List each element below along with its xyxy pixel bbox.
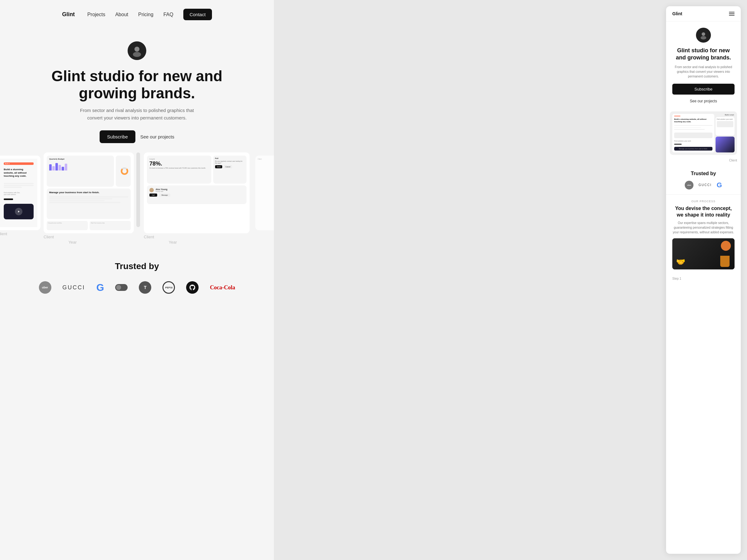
sm-table [674, 133, 713, 138]
subscribe-button[interactable]: Subscribe [100, 130, 135, 143]
quarterly-label: Quarterly Budget [49, 158, 111, 160]
mobile-projects-link[interactable]: See our projects [690, 97, 717, 105]
sm-sub-title: Find solutions your work [674, 140, 713, 142]
sm-line-3 [674, 129, 705, 130]
ham-line-3 [729, 15, 735, 16]
trusted-title: Trusted by [19, 261, 255, 271]
message-btn[interactable]: Message [159, 193, 170, 196]
sm-badge [674, 116, 680, 116]
ham-line-1 [729, 12, 735, 12]
mobile-process-text: Our expertise spans multiple sectors, gu… [672, 220, 735, 235]
nav-link-about[interactable]: About [115, 12, 128, 18]
project-cards-section: Built-in Build a stunning website, all w… [0, 153, 274, 246]
mobile-logos-row: uber GUCCI G [672, 181, 735, 189]
mobile-avatar [696, 28, 711, 43]
coffee-cup [720, 256, 729, 267]
trusted-section: Trusted by uber GUCCI G T PEPSI Coca-Col… [0, 246, 274, 303]
google-logo: G [97, 282, 104, 293]
mobile-logo: Glint [672, 11, 682, 16]
screenshot-main: Build a stunning website, all without to… [672, 114, 714, 153]
workflow-label: Comprehensive workflow [48, 222, 86, 224]
side-label: Find solution your work [717, 118, 733, 120]
ham-line-2 [729, 14, 735, 14]
nav-logo[interactable]: Glint [62, 11, 75, 18]
builtin-label: Built-in smart [716, 114, 735, 116]
nav-link-pricing[interactable]: Pricing [138, 12, 153, 18]
card-label-0: Client [0, 232, 41, 236]
mobile-title: Glint studio for new and growing brands. [672, 47, 735, 61]
mobile-uber-logo: uber [685, 181, 693, 189]
donut-chart [121, 167, 128, 175]
mobile-subscribe-button[interactable]: Subscribe [672, 84, 735, 95]
hands-emoji: 🤝 [676, 258, 686, 266]
mobile-subtitle: From sector and rival analysis to polish… [672, 65, 735, 79]
mobile-step-label: Step 1 [666, 274, 741, 282]
mobile-trusted: Trusted by uber GUCCI G [666, 166, 741, 194]
insight-label: Insight [149, 158, 209, 160]
sm-manage-text: Manage your business from start to finis… [679, 148, 708, 150]
mobile-process-image: 🤝 [672, 238, 735, 269]
sm-line-2 [674, 127, 701, 128]
project-card-small[interactable] [136, 153, 140, 227]
hamburger-menu[interactable] [729, 12, 735, 16]
card-year-1: Year [69, 240, 77, 244]
mobile-process-label: OUR PROCESS [672, 200, 735, 203]
realtime-label: Real-Time business data [91, 222, 129, 224]
mobile-screenshot: Build a stunning website, all without to… [670, 111, 737, 155]
user-name: Alex Young [156, 188, 168, 190]
main-panel: Glint Projects About Pricing FAQ Contact… [0, 0, 274, 560]
sm-dark-card: Manage your business from start to finis… [674, 147, 713, 151]
tesla-logo: T [139, 281, 151, 294]
mobile-process: OUR PROCESS You devise the concept, we s… [666, 194, 741, 275]
poll-label: Poll [215, 157, 244, 159]
mobile-google-logo: G [717, 181, 722, 189]
mobile-gucci-logo: GUCCI [698, 183, 712, 187]
side-chart [717, 121, 733, 127]
project-card-main[interactable]: Quarterly Budget [44, 153, 134, 245]
svg-point-1 [133, 52, 141, 57]
contact-button[interactable]: Contact [183, 9, 212, 20]
middle-spacer [274, 0, 666, 560]
svg-marker-2 [18, 211, 20, 212]
pepsi-logo: PEPSI [162, 281, 175, 294]
hero-title: Glint studio for new and growing brands. [50, 68, 224, 102]
logos-row: uber GUCCI G T PEPSI Coca-Cola [19, 281, 255, 294]
sm-line-1 [674, 125, 713, 126]
screenshot-side-bottom [716, 137, 735, 153]
screenshot-side-top: Find solution your work [716, 117, 735, 135]
mobile-client-label: Client [666, 157, 741, 163]
card-year-3: Year [169, 240, 177, 244]
project-card-left[interactable]: Built-in Build a stunning website, all w… [0, 156, 41, 236]
card-mini-title: Build a stunning website, all without to… [4, 168, 34, 178]
poll-send[interactable]: Send [215, 165, 223, 168]
cocacola-logo: Coca-Cola [210, 284, 235, 291]
mobile-panel: Glint Glint studio for new and growing b… [666, 6, 741, 554]
project-card-far-right[interactable]: Client [255, 156, 274, 230]
card-label-1: Client [44, 235, 134, 239]
project-card-right[interactable]: Insight 78%. On track to increase a 78% … [144, 153, 250, 245]
call-btn[interactable]: Call [149, 193, 157, 196]
mobile-trusted-title: Trusted by [672, 171, 735, 177]
navbar: Glint Projects About Pricing FAQ Contact [0, 0, 274, 29]
github-logo [186, 281, 199, 294]
mobile-header: Glint [666, 6, 741, 22]
manage-title: Manage your business from start to finis… [49, 191, 128, 194]
gucci-logo: GUCCI [62, 284, 85, 291]
card-badge: Built-in [4, 162, 34, 165]
toggle-logo [115, 284, 128, 291]
nav-link-faq[interactable]: FAQ [163, 12, 173, 18]
see-projects-button[interactable]: See our projects [140, 134, 174, 139]
poll-question: Do you regularly contact user testing fo… [215, 160, 244, 164]
nav-link-projects[interactable]: Projects [87, 12, 105, 18]
svg-point-0 [134, 47, 139, 52]
screenshot-side: Built-in smart Find solution your work [716, 114, 735, 153]
user-role: Hourly rate [156, 190, 168, 192]
insight-text: On track to increase a 78% revenue boost… [149, 167, 209, 169]
mobile-process-title: You devise the concept, we shape it into… [672, 205, 735, 218]
uber-logo: uber [39, 281, 51, 294]
play-button[interactable] [15, 208, 22, 215]
poll-cancel[interactable]: Cancel [224, 165, 232, 168]
user-avatar [149, 188, 154, 192]
insight-percent: 78%. [149, 161, 209, 167]
sm-btn [674, 144, 681, 144]
